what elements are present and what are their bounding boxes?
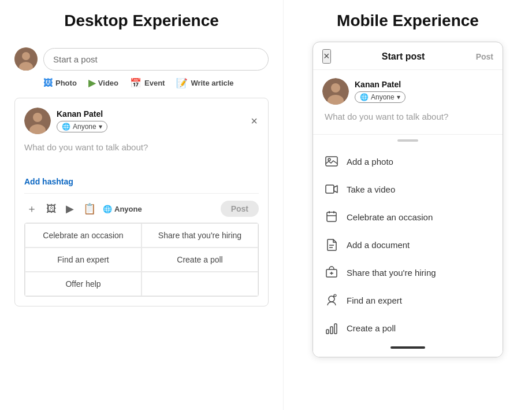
photo-icon: 🖼 <box>43 78 53 88</box>
toolbar-anyone-selector[interactable]: 🌐 Anyone <box>103 205 142 213</box>
toolbar-anyone-label: Anyone <box>114 205 142 213</box>
desktop-title: Desktop Experience <box>64 12 219 30</box>
mobile-audience-label: Anyone <box>371 93 395 101</box>
event-action-btn[interactable]: 📅 Event <box>130 77 165 88</box>
event-icon: 📅 <box>130 77 142 88</box>
find-expert-icon <box>325 293 338 307</box>
doc-icon-btn[interactable]: 📋 <box>81 200 98 217</box>
svg-point-7 <box>331 83 340 93</box>
mobile-post-button[interactable]: Post <box>476 52 493 61</box>
avatar-small <box>14 47 38 71</box>
event-label: Event <box>144 79 165 87</box>
sheet-label-expert: Find an expert <box>347 296 402 305</box>
mobile-chevron-icon: ▾ <box>397 93 400 101</box>
hiring-icon <box>325 265 338 279</box>
svg-rect-24 <box>330 327 333 334</box>
audience-pill[interactable]: 🌐 Anyone ▾ <box>57 121 107 132</box>
photo-action-btn[interactable]: 🖼 Photo <box>43 77 77 88</box>
video-label: Video <box>98 79 118 87</box>
svg-point-22 <box>334 294 336 297</box>
action-buttons-row: 🖼 Photo ▶ Video 📅 Event 📝 Write article <box>14 77 269 88</box>
post-input-bar[interactable]: Start a post <box>43 48 269 71</box>
dropdown-item-empty <box>142 272 258 296</box>
close-button[interactable]: × <box>250 113 259 129</box>
video-icon: ▶ <box>88 77 95 88</box>
mobile-bar-title: Start post <box>382 51 425 62</box>
mobile-user-row: Kanan Patel 🌐 Anyone ▾ <box>322 78 493 105</box>
sheet-item-document[interactable]: Add a document <box>313 231 503 258</box>
post-bar-container: Start a post <box>14 47 269 71</box>
take-video-icon <box>325 182 338 196</box>
mobile-title: Mobile Experience <box>337 12 479 30</box>
sheet-label-poll: Create a poll <box>347 323 396 333</box>
audience-label: Anyone <box>73 123 96 131</box>
toolbar-icons: ＋ 🖼 ▶ 📋 🌐 Anyone <box>24 200 221 218</box>
dropdown-item-hiring[interactable]: Share that you're hiring <box>142 223 258 248</box>
dropdown-menu: Celebrate an occasion Share that you're … <box>24 223 259 297</box>
globe-icon: 🌐 <box>62 123 70 131</box>
mobile-prompt[interactable]: What do you want to talk about? <box>322 112 493 121</box>
mobile-user-info: Kanan Patel 🌐 Anyone ▾ <box>355 80 405 103</box>
article-label: Write article <box>191 79 233 87</box>
create-poll-icon <box>325 321 338 335</box>
post-button[interactable]: Post <box>221 201 259 217</box>
svg-point-4 <box>33 113 42 122</box>
chevron-down-icon: ▾ <box>99 123 102 131</box>
user-name: Kanan Patel <box>57 109 107 119</box>
sheet-label-occasion: Celebrate an occasion <box>347 212 433 222</box>
add-photo-icon <box>325 154 338 168</box>
sheet-label-hiring: Share that you're hiring <box>347 268 436 278</box>
mobile-bottom-sheet: Add a photo Take a video <box>313 134 503 357</box>
sheet-item-photo[interactable]: Add a photo <box>313 147 503 175</box>
create-post-header: Kanan Patel 🌐 Anyone ▾ × <box>24 108 259 134</box>
sheet-handle <box>397 139 418 142</box>
mobile-user-name: Kanan Patel <box>355 80 405 89</box>
sheet-item-poll[interactable]: Create a poll <box>313 314 503 342</box>
dropdown-item-poll[interactable]: Create a poll <box>142 248 258 272</box>
svg-rect-23 <box>326 330 329 334</box>
dropdown-item-offer[interactable]: Offer help <box>25 272 142 296</box>
bottom-toolbar: ＋ 🖼 ▶ 📋 🌐 Anyone Post <box>24 193 259 218</box>
desktop-panel: Desktop Experience Start a post 🖼 Photo … <box>0 0 283 410</box>
svg-point-1 <box>22 52 30 60</box>
user-info: Kanan Patel 🌐 Anyone ▾ <box>57 109 107 132</box>
svg-rect-12 <box>327 212 336 221</box>
add-document-icon <box>325 238 338 252</box>
article-action-btn[interactable]: 📝 Write article <box>176 77 233 88</box>
article-icon: 📝 <box>176 77 188 88</box>
image-icon-btn[interactable]: 🖼 <box>44 201 59 217</box>
plus-icon-btn[interactable]: ＋ <box>24 200 39 218</box>
add-hashtag[interactable]: Add hashtag <box>24 177 259 186</box>
video-action-btn[interactable]: ▶ Video <box>88 77 118 88</box>
sheet-item-expert[interactable]: Find an expert <box>313 286 503 314</box>
mobile-avatar <box>322 78 349 105</box>
svg-rect-9 <box>326 157 337 166</box>
mobile-close-button[interactable]: × <box>322 49 331 64</box>
mobile-compose: Kanan Patel 🌐 Anyone ▾ What do you want … <box>313 70 503 130</box>
sheet-item-video[interactable]: Take a video <box>313 175 503 203</box>
sheet-label-video: Take a video <box>347 184 395 194</box>
photo-label: Photo <box>55 79 77 87</box>
mobile-globe-icon: 🌐 <box>360 93 369 101</box>
create-post-card: Kanan Patel 🌐 Anyone ▾ × What do you wan… <box>14 98 269 306</box>
sheet-item-occasion[interactable]: Celebrate an occasion <box>313 203 503 231</box>
mobile-top-bar: × Start post Post <box>313 42 503 70</box>
dropdown-item-celebrate[interactable]: Celebrate an occasion <box>25 223 142 248</box>
svg-point-10 <box>328 158 330 161</box>
mobile-audience-pill[interactable]: 🌐 Anyone ▾ <box>355 91 405 103</box>
play-icon-btn[interactable]: ▶ <box>64 200 76 217</box>
mobile-panel: Mobile Experience × Start post Post Kana… <box>283 0 532 410</box>
avatar-large <box>24 108 51 134</box>
mobile-frame: × Start post Post Kanan Patel 🌐 <box>312 42 503 357</box>
sheet-item-hiring[interactable]: Share that you're hiring <box>313 258 503 286</box>
sheet-label-document: Add a document <box>347 240 410 250</box>
dropdown-item-expert[interactable]: Find an expert <box>25 248 142 272</box>
create-post-header-left: Kanan Patel 🌐 Anyone ▾ <box>24 108 107 134</box>
mobile-home-indicator <box>390 346 425 349</box>
sheet-label-photo: Add a photo <box>347 157 393 167</box>
celebrate-icon <box>325 210 338 224</box>
svg-rect-11 <box>326 185 334 193</box>
post-textarea[interactable]: What do you want to talk about? <box>24 142 259 171</box>
svg-rect-25 <box>334 324 337 334</box>
globe-icon-toolbar: 🌐 <box>103 205 112 213</box>
